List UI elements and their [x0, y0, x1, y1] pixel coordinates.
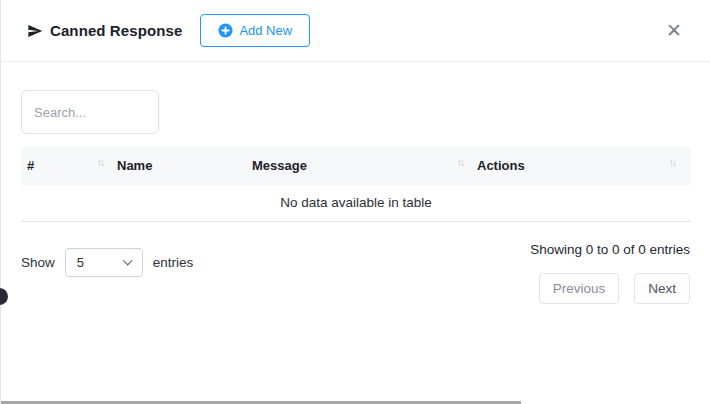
previous-button[interactable]: Previous — [539, 273, 620, 304]
canned-response-table: # ↑↓ Name Message ↑↓ Actions ↑↓ — [21, 146, 691, 222]
add-new-button[interactable]: Add New — [200, 14, 310, 47]
sort-icon: ↑↓ — [669, 157, 675, 168]
modal-body: # ↑↓ Name Message ↑↓ Actions ↑↓ — [1, 62, 710, 304]
entries-summary: Showing 0 to 0 of 0 entries — [530, 242, 690, 257]
close-icon[interactable]: ✕ — [666, 21, 682, 40]
column-header-actions[interactable]: Actions ↑↓ — [471, 146, 691, 185]
empty-row: No data available in table — [21, 185, 691, 222]
modal-title: Canned Response — [50, 22, 182, 39]
page-length-control: Show 5 entries — [21, 248, 193, 277]
search-input[interactable] — [21, 90, 159, 134]
pagination-group: Showing 0 to 0 of 0 entries Previous Nex… — [530, 242, 690, 304]
table-footer: Show 5 entries Showing 0 to 0 of 0 entri… — [21, 242, 690, 304]
column-header-message[interactable]: Message ↑↓ — [246, 146, 471, 185]
paper-plane-icon — [27, 23, 43, 39]
column-header-name[interactable]: Name — [111, 146, 246, 185]
show-label: Show — [21, 255, 55, 270]
pager: Previous Next — [539, 273, 690, 304]
canned-response-modal: Canned Response Add New ✕ # ↑↓ Name — [0, 0, 710, 404]
column-header-number[interactable]: # ↑↓ — [21, 146, 111, 185]
add-new-label: Add New — [239, 23, 292, 38]
empty-message: No data available in table — [21, 185, 691, 222]
modal-header: Canned Response Add New ✕ — [1, 0, 710, 62]
page-length-select[interactable]: 5 — [65, 248, 143, 277]
sort-icon: ↑↓ — [457, 157, 463, 168]
entries-label: entries — [153, 255, 194, 270]
plus-circle-icon — [218, 23, 233, 38]
sort-icon: ↑↓ — [97, 157, 103, 168]
next-button[interactable]: Next — [634, 273, 690, 304]
table-header-row: # ↑↓ Name Message ↑↓ Actions ↑↓ — [21, 146, 691, 185]
